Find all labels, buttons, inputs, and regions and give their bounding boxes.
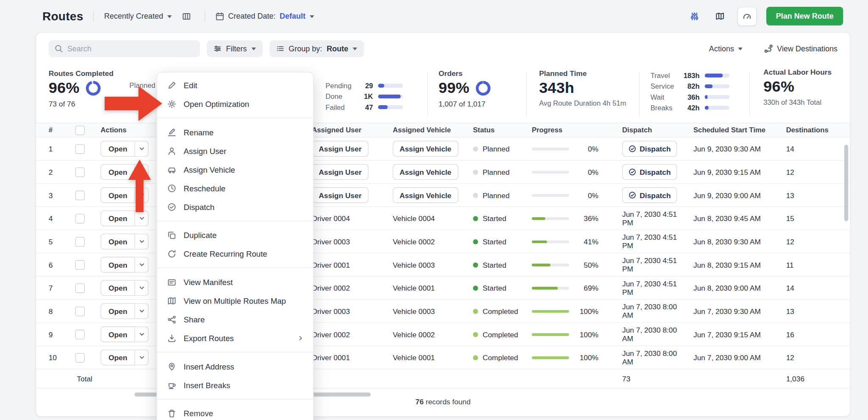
row-checkbox[interactable] (75, 306, 85, 316)
stat-label: Routes Completed (49, 69, 114, 78)
menu-item-rename[interactable]: Rename (157, 123, 313, 141)
row-checkbox[interactable] (75, 190, 85, 200)
scheduled-start-time: Jun 7, 2030 9:15 AM (685, 330, 778, 339)
assign-vehicle-button[interactable]: Assign Vehicle (393, 141, 458, 157)
dispatch-button[interactable]: Dispatch (622, 141, 677, 157)
vertical-scrollbar-thumb[interactable] (844, 145, 848, 221)
search-icon (54, 44, 63, 53)
open-route-button[interactable]: Open (100, 350, 135, 365)
progress-bar (532, 356, 569, 359)
menu-item-view-multiple-routes-map[interactable]: View on Multiple Routes Map (157, 291, 313, 310)
row-checkbox[interactable] (75, 237, 85, 246)
menu-item-dispatch[interactable]: Dispatch (157, 197, 313, 216)
assign-vehicle-button[interactable]: Assign Vehicle (393, 164, 458, 180)
stat-mini-label: Wait (651, 93, 665, 101)
filters-button[interactable]: Filters (207, 40, 263, 57)
row-checkbox[interactable] (75, 144, 85, 154)
assign-user-button[interactable]: Assign User (312, 164, 368, 180)
menu-item-export-routes[interactable]: Export Routes (157, 329, 313, 347)
open-route-button[interactable]: Open (100, 141, 135, 157)
trash-icon (167, 409, 176, 417)
menu-item-label: Share (184, 315, 205, 324)
row-checkbox[interactable] (75, 353, 85, 362)
progress-bar (532, 286, 569, 289)
dispatch-button-label: Dispatch (640, 191, 670, 199)
header-number: # (47, 126, 68, 134)
row-actions-dropdown-button[interactable] (135, 210, 149, 226)
row-checkbox[interactable] (75, 330, 85, 339)
menu-item-remove[interactable]: Remove (157, 404, 313, 420)
divider (749, 73, 750, 117)
menu-item-edit[interactable]: Edit (157, 76, 313, 95)
progress-value: 36% (573, 214, 598, 223)
route-actions-context-menu: Edit Open Optimization Rename Assign Use… (156, 72, 314, 420)
tune-settings-button[interactable] (687, 8, 702, 24)
created-date-dropdown[interactable]: Created Date: Default (215, 11, 314, 20)
row-number: 4 (47, 214, 68, 223)
row-checkbox[interactable] (75, 167, 85, 177)
menu-item-assign-user[interactable]: Assign User (157, 141, 313, 160)
dispatch-button[interactable]: Dispatch (622, 164, 677, 180)
menu-item-assign-vehicle[interactable]: Assign Vehicle (157, 160, 313, 179)
assign-vehicle-button[interactable]: Assign Vehicle (393, 187, 458, 203)
group-by-dropdown[interactable]: Group by: Route (270, 40, 364, 57)
menu-item-view-manifest[interactable]: View Manifest (157, 273, 313, 291)
assigned-vehicle: Vehicle 0002 (393, 237, 435, 246)
progress-bar (532, 240, 569, 243)
menu-item-reschedule[interactable]: Reschedule (157, 179, 313, 197)
select-all-checkbox[interactable] (75, 125, 85, 135)
divider (204, 11, 205, 22)
row-number: 2 (47, 168, 68, 176)
row-actions-dropdown-button[interactable] (135, 280, 149, 296)
progress-bar (532, 217, 569, 220)
row-actions-dropdown-button[interactable] (135, 303, 149, 319)
stat-mini-bar (705, 84, 730, 88)
open-route-button[interactable]: Open (100, 326, 135, 342)
row-actions-dropdown-button[interactable] (135, 141, 149, 157)
sort-dropdown[interactable]: Recently Created (104, 12, 172, 20)
menu-item-duplicate[interactable]: Duplicate (157, 226, 313, 244)
row-actions-dropdown-button[interactable] (135, 326, 149, 342)
menu-item-insert-address[interactable]: Insert Address (157, 357, 313, 375)
menu-item-insert-breaks[interactable]: Insert Breaks (157, 375, 313, 394)
row-number: 1 (47, 145, 68, 153)
row-checkbox[interactable] (75, 260, 85, 270)
row-actions-dropdown-button[interactable] (135, 234, 149, 249)
row-checkbox[interactable] (75, 283, 85, 293)
search-input[interactable] (49, 40, 200, 57)
assigned-user: Driver 0001 (312, 260, 350, 269)
menu-item-create-recurring-route[interactable]: Create Recurring Route (157, 244, 313, 263)
row-actions-dropdown-button[interactable] (135, 257, 149, 272)
row-actions-dropdown-button[interactable] (135, 350, 149, 365)
menu-item-share[interactable]: Share (157, 310, 313, 329)
menu-item-label: Export Routes (184, 333, 234, 342)
row-number: 9 (47, 330, 68, 339)
plan-new-route-button[interactable]: Plan New Route (766, 7, 843, 25)
chevron-right-icon (297, 335, 304, 342)
status-dot (473, 355, 478, 360)
dispatch-button[interactable]: Dispatch (622, 187, 677, 203)
dashboard-gauge-button[interactable] (737, 6, 757, 25)
scheduled-start-time: Jun 9, 2030 9:15 AM (685, 168, 778, 176)
open-route-button[interactable]: Open (100, 234, 135, 249)
row-number: 7 (47, 284, 68, 292)
stat-mini-label: Travel (651, 72, 670, 80)
assign-user-button[interactable]: Assign User (312, 187, 368, 203)
open-route-button[interactable]: Open (100, 210, 135, 226)
scheduled-start-time: Jun 8, 2030 9:15 AM (685, 260, 778, 269)
open-route-button[interactable]: Open (100, 257, 135, 272)
vehicle-icon (167, 165, 176, 174)
menu-item-open-optimization[interactable]: Open Optimization (157, 95, 313, 113)
actions-dropdown[interactable]: Actions (709, 45, 743, 53)
header-dispatch: Dispatch (618, 126, 685, 134)
chevron-down-icon (738, 48, 743, 50)
open-route-button[interactable]: Open (100, 280, 135, 296)
row-number: 8 (47, 307, 68, 315)
view-columns-button[interactable] (178, 8, 194, 24)
view-destinations-button[interactable]: View Destinations (764, 44, 837, 53)
row-checkbox[interactable] (75, 213, 85, 223)
stat-mini-value: 1K (342, 92, 373, 101)
open-route-button[interactable]: Open (100, 303, 135, 319)
assign-user-button[interactable]: Assign User (312, 141, 368, 157)
map-view-button[interactable] (712, 8, 728, 24)
